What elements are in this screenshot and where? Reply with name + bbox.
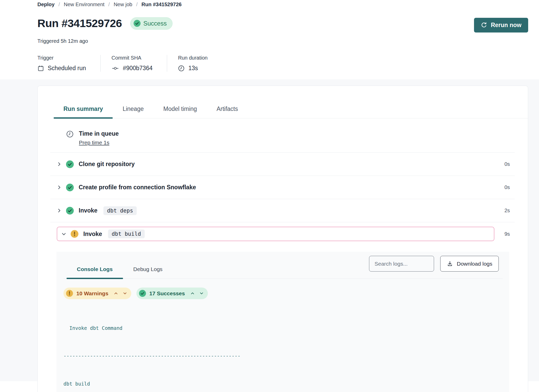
meta-duration-label: Run duration — [178, 55, 208, 61]
rerun-now-button[interactable]: Rerun now — [474, 18, 528, 32]
alert-circle-icon — [71, 230, 78, 238]
step-command-chip: dbt deps — [103, 206, 137, 215]
successes-badge-label: 17 Successes — [149, 290, 185, 297]
successes-next-chevron-down-icon[interactable] — [199, 291, 204, 296]
log-command-title: Invoke dbt Command — [63, 323, 503, 333]
tab-artifacts[interactable]: Artifacts — [207, 102, 248, 118]
page-title: Run #341529726 — [37, 17, 122, 30]
log-divider: ----------------------------------------… — [63, 351, 503, 361]
log-controls: Download logs — [369, 256, 499, 276]
breadcrumb-item-deploy[interactable]: Deploy — [37, 2, 55, 7]
tab-run-summary[interactable]: Run summary — [54, 102, 113, 118]
successes-prev-chevron-up-icon[interactable] — [190, 291, 195, 296]
run-header: Deploy / New Environment / New job / Run… — [0, 0, 539, 72]
breadcrumb-separator: / — [136, 2, 138, 7]
alert-circle-icon — [66, 290, 73, 297]
step-duration: 9s — [504, 231, 510, 237]
tab-model-timing[interactable]: Model timing — [153, 102, 207, 118]
triggered-timestamp: Triggered 5h 12m ago — [37, 38, 528, 44]
log-panel: Console Logs Debug Logs Download logs — [56, 252, 509, 392]
breadcrumb-item-job[interactable]: New job — [114, 2, 132, 7]
log-tabs: Console Logs Debug Logs — [67, 262, 173, 279]
successes-badge[interactable]: 17 Successes — [136, 288, 208, 299]
chevron-right-icon[interactable] — [57, 185, 62, 190]
step-command-chip: dbt build — [108, 230, 145, 238]
meta-duration: Run duration 13s — [167, 55, 222, 72]
step-dbt-build-selected[interactable]: Invoke dbt build — [57, 227, 494, 241]
meta-commit-value: #900b7364 — [123, 65, 152, 72]
check-circle-icon — [139, 290, 146, 297]
chevron-down-icon[interactable] — [61, 232, 66, 236]
log-command: dbt build — [63, 379, 503, 388]
tab-debug-logs[interactable]: Debug Logs — [123, 262, 173, 279]
git-commit-icon — [111, 65, 119, 72]
clock-icon — [66, 130, 74, 138]
prep-time-link[interactable]: Prep time 1s — [79, 140, 119, 146]
step-row-dbt-deps[interactable]: Invoke dbt deps 2s — [50, 199, 515, 222]
step-label: Create profile from connection Snowflake — [79, 184, 196, 191]
warnings-badge[interactable]: 10 Warnings — [63, 288, 131, 299]
refresh-icon — [481, 22, 487, 28]
log-header: Console Logs Debug Logs Download logs — [63, 256, 503, 279]
breadcrumb-item-environment[interactable]: New Environment — [64, 2, 104, 7]
check-circle-icon — [134, 20, 141, 27]
step-label: Invoke — [79, 207, 97, 214]
step-duration: 0s — [504, 184, 510, 190]
card-stage: Run summary Lineage Model timing Artifac… — [0, 79, 539, 381]
search-logs-input[interactable] — [369, 256, 434, 272]
breadcrumb: Deploy / New Environment / New job / Run… — [37, 1, 528, 7]
tab-lineage[interactable]: Lineage — [113, 102, 153, 118]
step-label: Clone git repository — [79, 161, 135, 168]
run-meta: Trigger Scheduled run Commit SHA #900b73… — [37, 55, 528, 72]
warnings-prev-chevron-up-icon[interactable] — [114, 291, 118, 296]
time-in-queue-title: Time in queue — [79, 130, 119, 137]
breadcrumb-separator: / — [59, 2, 60, 7]
tab-console-logs[interactable]: Console Logs — [67, 262, 123, 279]
step-duration: 2s — [504, 208, 510, 214]
meta-trigger-label: Trigger — [37, 55, 86, 61]
calendar-icon — [37, 65, 44, 72]
check-circle-icon — [66, 207, 74, 215]
meta-commit-label: Commit SHA — [111, 55, 152, 61]
step-row-clone-git[interactable]: Clone git repository 0s — [50, 153, 515, 176]
meta-trigger: Trigger Scheduled run — [37, 55, 100, 72]
status-badge: Success — [130, 17, 173, 30]
time-in-queue-section: Time in queue Prep time 1s — [50, 118, 515, 153]
console-log-output[interactable]: Invoke dbt Command ---------------------… — [63, 305, 503, 392]
breadcrumb-separator: / — [108, 2, 110, 7]
chevron-right-icon[interactable] — [57, 208, 62, 213]
title-row: Run #341529726 Success Rerun now — [37, 14, 528, 32]
clock-icon — [178, 65, 185, 72]
download-icon — [447, 260, 453, 267]
warnings-next-chevron-down-icon[interactable] — [123, 291, 127, 296]
step-row-dbt-build: Invoke dbt build 9s — [50, 222, 515, 246]
run-tabs: Run summary Lineage Model timing Artifac… — [54, 102, 528, 118]
rerun-now-label: Rerun now — [491, 22, 521, 29]
download-logs-button[interactable]: Download logs — [440, 256, 499, 272]
log-filter-badges: 10 Warnings 17 Successes — [63, 288, 503, 299]
download-logs-label: Download logs — [457, 261, 492, 267]
meta-duration-value: 13s — [188, 65, 198, 72]
status-badge-label: Success — [143, 20, 167, 27]
meta-trigger-value: Scheduled run — [48, 65, 86, 72]
step-row-create-profile[interactable]: Create profile from connection Snowflake… — [50, 176, 515, 199]
check-circle-icon — [66, 160, 74, 168]
meta-commit: Commit SHA #900b7364 — [100, 55, 167, 72]
check-circle-icon — [66, 184, 74, 191]
run-summary-card: Run summary Lineage Model timing Artifac… — [37, 86, 528, 392]
chevron-right-icon[interactable] — [57, 162, 62, 167]
breadcrumb-item-run: Run #341529726 — [141, 2, 182, 7]
warnings-badge-label: 10 Warnings — [76, 290, 108, 297]
step-label: Invoke — [83, 231, 102, 238]
step-duration: 0s — [504, 161, 510, 167]
